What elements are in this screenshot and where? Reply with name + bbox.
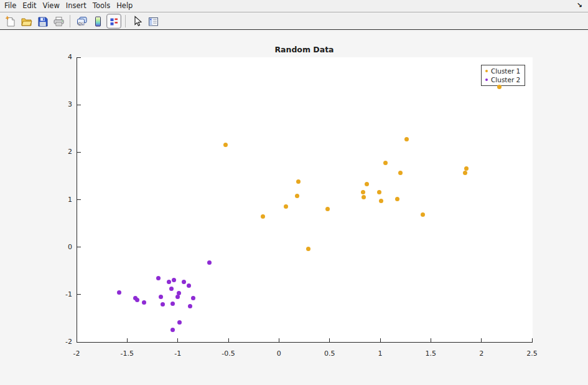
- y-tick-label: -1: [37, 290, 72, 299]
- scatter-point-cluster-2: [187, 283, 191, 288]
- y-tick-label: 4: [37, 53, 72, 62]
- scatter-point-cluster-2: [182, 280, 186, 284]
- pointer-button[interactable]: [129, 14, 144, 29]
- plot-legend[interactable]: Cluster 1Cluster 2: [481, 65, 525, 86]
- x-tick-label: -1.5: [111, 349, 142, 358]
- x-tick-label: 2: [466, 349, 497, 358]
- y-axis-tick: [77, 342, 81, 343]
- x-axis-tick: [228, 338, 229, 342]
- menu-item-insert[interactable]: Insert: [63, 0, 90, 12]
- axes-panel-button[interactable]: [146, 14, 161, 29]
- scatter-point-cluster-1: [379, 199, 383, 203]
- y-tick-label: 1: [37, 196, 72, 204]
- scatter-point-cluster-2: [117, 290, 121, 295]
- y-axis-tick: [77, 57, 81, 58]
- y-tick-label: 0: [37, 243, 72, 252]
- menu-item-tools[interactable]: Tools: [90, 0, 113, 12]
- toolbar-separator: [125, 15, 126, 27]
- x-axis-tick: [380, 338, 381, 342]
- y-tick-label: 3: [37, 100, 72, 109]
- scatter-point-cluster-2: [170, 302, 175, 306]
- scatter-point-cluster-1: [383, 161, 388, 165]
- colormap-button[interactable]: [90, 14, 105, 29]
- save-icon: [37, 16, 49, 27]
- legend-entry-cluster-1: Cluster 1: [483, 67, 522, 75]
- x-axis-tick: [431, 338, 431, 342]
- new-figure-icon: [4, 16, 16, 27]
- scatter-point-cluster-2: [191, 296, 195, 300]
- menu-item-edit[interactable]: Edit: [19, 0, 39, 12]
- axes-panel-icon: [147, 16, 159, 27]
- menu-item-view[interactable]: View: [40, 0, 63, 12]
- y-axis-tick: [77, 247, 81, 247]
- scatter-point-cluster-1: [295, 194, 299, 198]
- new-figure-button[interactable]: [2, 14, 17, 29]
- duplicate-figure-button[interactable]: [74, 14, 89, 29]
- x-tick-label: 1.5: [415, 349, 446, 358]
- x-axis-tick: [532, 338, 533, 342]
- x-axis-tick: [177, 338, 178, 342]
- scatter-point-cluster-1: [377, 190, 381, 194]
- legend-entry-cluster-2: Cluster 2: [483, 75, 522, 84]
- scatter-point-cluster-1: [284, 204, 288, 209]
- undock-arrow-icon[interactable]: ↘: [577, 0, 582, 11]
- x-tick-label: -0.5: [213, 349, 244, 358]
- save-button[interactable]: [35, 14, 50, 29]
- y-axis-tick: [77, 199, 81, 200]
- legend-marker-icon: [485, 70, 488, 72]
- scatter-point-cluster-2: [159, 295, 163, 299]
- scatter-point-cluster-2: [170, 328, 175, 332]
- toolbar-separator: [70, 15, 70, 27]
- open-file-icon: [21, 16, 32, 27]
- print-icon: [53, 16, 65, 27]
- legend-label: Cluster 1: [491, 67, 520, 75]
- y-axis-tick: [77, 294, 81, 295]
- print-button[interactable]: [51, 14, 66, 29]
- y-axis-tick: [77, 152, 81, 153]
- legend-marker-icon: [485, 78, 488, 81]
- menu-item-help[interactable]: Help: [113, 0, 136, 12]
- figure-window: FileEditViewInsertToolsHelp ↘ Random Dat…: [0, 0, 588, 385]
- plot-axes[interactable]: [77, 57, 533, 343]
- y-axis-tick: [77, 105, 81, 105]
- legend-label: Cluster 2: [491, 76, 520, 83]
- open-file-button[interactable]: [19, 14, 34, 29]
- figure-area: Random Data Cluster 1Cluster 2 -2-1.5-1-…: [0, 31, 588, 385]
- x-axis-tick: [329, 338, 330, 342]
- x-axis-tick: [481, 338, 482, 342]
- scatter-point-cluster-2: [188, 304, 192, 308]
- x-tick-label: 2.5: [516, 349, 548, 358]
- scatter-point-cluster-2: [167, 280, 171, 284]
- scatter-point-cluster-2: [161, 302, 165, 307]
- legend-toggle-button[interactable]: [106, 14, 121, 29]
- scatter-point-cluster-1: [463, 171, 467, 175]
- plot-title: Random Data: [77, 45, 532, 55]
- scatter-point-cluster-1: [421, 212, 425, 217]
- x-axis-tick: [127, 338, 128, 342]
- scatter-point-cluster-1: [296, 179, 301, 184]
- x-tick-label: 0: [263, 349, 294, 358]
- scatter-point-cluster-2: [177, 320, 182, 325]
- x-axis-tick: [279, 338, 279, 342]
- toolbar: [0, 13, 588, 30]
- scatter-point-cluster-1: [223, 143, 228, 147]
- x-tick-label: -1: [162, 349, 194, 358]
- y-tick-label: -2: [37, 338, 72, 346]
- scatter-point-cluster-1: [404, 137, 409, 141]
- menu-item-file[interactable]: File: [1, 0, 19, 12]
- x-tick-label: 1: [365, 349, 396, 358]
- x-tick-label: -2: [61, 349, 92, 358]
- menu-bar: FileEditViewInsertToolsHelp: [0, 0, 588, 12]
- scatter-point-cluster-2: [207, 260, 212, 265]
- scatter-point-cluster-1: [361, 190, 365, 194]
- legend-toggle-icon: [108, 16, 120, 27]
- y-tick-label: 2: [37, 148, 72, 156]
- colormap-icon: [92, 16, 104, 27]
- pointer-icon: [131, 16, 143, 27]
- x-tick-label: 0.5: [314, 349, 345, 358]
- duplicate-figure-icon: [76, 16, 88, 27]
